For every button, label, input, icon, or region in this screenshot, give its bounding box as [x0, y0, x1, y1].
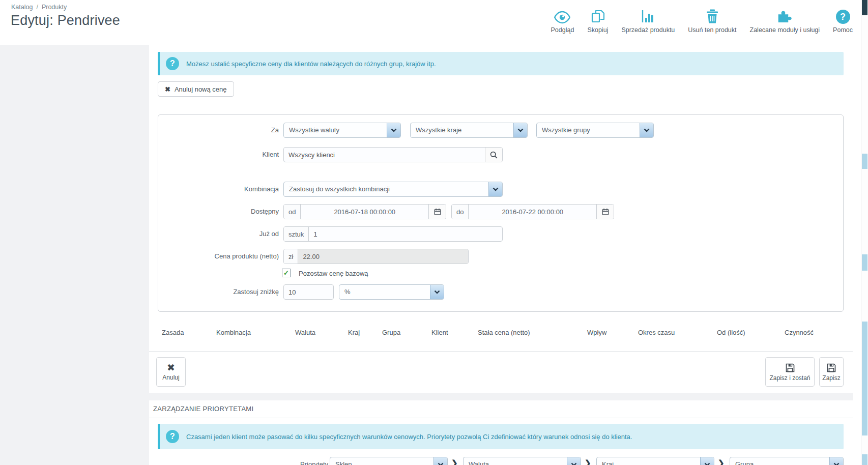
- bar-chart-icon: [641, 8, 656, 24]
- from-calendar-button[interactable]: [428, 205, 446, 219]
- chevron-down-icon: [430, 285, 444, 299]
- cancel-new-price-label: Anuluj nową cenę: [175, 85, 227, 93]
- save-label: Zapisz: [822, 374, 840, 382]
- for-label: Za: [158, 123, 279, 138]
- to-calendar-button[interactable]: [596, 205, 614, 219]
- customer-input[interactable]: [284, 148, 485, 162]
- duplicate-label: Skopiuj: [587, 26, 608, 34]
- page-header: Katalog/Produkty Edytuj: Pendrivee Podgl…: [0, 0, 868, 45]
- save-button[interactable]: Zapisz: [819, 357, 844, 387]
- vertical-scrollbar[interactable]: [861, 0, 868, 465]
- customer-search-button[interactable]: [485, 148, 502, 162]
- calendar-icon: [601, 208, 610, 216]
- available-from-input[interactable]: [301, 205, 428, 219]
- eye-icon: [554, 8, 571, 24]
- specific-prices-table-header: Zasada Kombinacja Waluta Kraj Grupa Klie…: [149, 329, 853, 339]
- col-grupa: Grupa: [382, 329, 400, 336]
- page-background: ? Możesz ustalić specyficzne ceny dla kl…: [0, 45, 853, 465]
- customer-input-group: [283, 147, 503, 162]
- col-kraj: Kraj: [348, 329, 360, 336]
- col-waluta: Waluta: [295, 329, 315, 336]
- row-customer: Klient: [158, 147, 843, 162]
- apply-discount-label: Zastosuj zniżkę: [158, 284, 279, 300]
- card-footer: ✖ Anuluj Zapisz i zostań Zapisz: [149, 351, 853, 393]
- row-product-price: Cena produktu (netto) zł: [158, 249, 843, 264]
- row-starting-at: Już od sztuk: [158, 226, 843, 242]
- starting-at-input[interactable]: [309, 227, 502, 241]
- available-to-group: do: [451, 204, 614, 219]
- recommended-modules-button[interactable]: Zalecane moduły i usługi: [750, 8, 820, 34]
- cancel-new-price-button[interactable]: ✖ Anuluj nową cenę: [158, 81, 234, 97]
- col-klient: Klient: [431, 329, 448, 336]
- puzzle-icon: [776, 8, 793, 24]
- page-title: Edytuj: Pendrivee: [11, 13, 120, 28]
- country-select[interactable]: Wszystkie kraje: [410, 123, 528, 138]
- question-icon: ?: [166, 430, 179, 443]
- available-from-group: od: [283, 204, 446, 219]
- chevron-down-icon: [640, 123, 653, 137]
- chevron-down-icon: [387, 123, 400, 137]
- group-select[interactable]: Wszystkie grupy: [536, 123, 654, 138]
- row-apply-discount: Zastosuj zniżkę %: [158, 284, 843, 300]
- priority-select-3[interactable]: Kraj: [596, 457, 714, 465]
- copy-icon: [590, 8, 605, 24]
- leave-base-price-label: Pozostaw cenę bazową: [299, 269, 368, 278]
- duplicate-button[interactable]: Skopiuj: [587, 8, 608, 34]
- to-prefix: do: [452, 205, 469, 219]
- from-prefix: od: [284, 205, 301, 219]
- priority-select-2[interactable]: Waluta: [463, 457, 581, 465]
- combination-label: Kombinacja: [158, 182, 279, 197]
- priority-select-1[interactable]: Sklep: [330, 457, 448, 465]
- cancel-label: Anuluj: [162, 374, 179, 381]
- calendar-icon: [433, 208, 442, 216]
- discount-value-input[interactable]: [283, 284, 334, 300]
- specific-price-form-panel: Za Wszystkie waluty Wszystkie kraje Wszy…: [158, 114, 844, 312]
- row-available: Dostępny od do: [158, 204, 843, 219]
- col-wplyw: Wpływ: [587, 329, 606, 336]
- preview-button[interactable]: Podgląd: [551, 8, 574, 34]
- scrollbar-dark-segment: [862, 0, 867, 15]
- save-and-stay-button[interactable]: Zapisz i zostań: [765, 357, 815, 387]
- scrollbar-thumb[interactable]: [862, 322, 867, 435]
- priorities-info-alert: ? Czasami jeden klient może pasować do k…: [158, 424, 844, 449]
- chevron-down-icon: [433, 457, 447, 465]
- col-stala-cena: Stała cena (netto): [478, 329, 530, 336]
- help-button[interactable]: ? Pomoc: [833, 8, 853, 34]
- col-od-ilosc: Od (ilość): [717, 329, 745, 336]
- available-label: Dostępny: [158, 204, 279, 219]
- col-kombinacja: Kombinacja: [216, 329, 251, 336]
- trash-icon: [705, 8, 719, 24]
- scrollbar-thumb[interactable]: [862, 454, 867, 465]
- priorities-card: ZARZĄDZANIE PRIORYTETAMI ? Czasami jeden…: [149, 400, 853, 465]
- search-icon: [489, 151, 498, 159]
- question-icon: ?: [166, 57, 179, 70]
- discount-type-select[interactable]: %: [339, 284, 444, 300]
- chevron-down-icon: [488, 182, 502, 196]
- col-czynnosc: Czynność: [785, 329, 814, 336]
- available-to-input[interactable]: [469, 205, 596, 219]
- scrollbar-thumb[interactable]: [862, 154, 867, 169]
- product-price-input[interactable]: [298, 249, 468, 264]
- priorities-heading: ZARZĄDZANIE PRIORYTETAMI: [153, 405, 253, 413]
- starting-at-label: Już od: [158, 226, 279, 242]
- breadcrumb-item-katalog[interactable]: Katalog: [11, 4, 33, 11]
- preview-label: Podgląd: [551, 26, 574, 34]
- floppy-icon: [785, 363, 795, 373]
- help-icon: ?: [836, 8, 850, 24]
- cancel-button[interactable]: ✖ Anuluj: [156, 357, 186, 387]
- product-price-label: Cena produktu (netto): [158, 249, 279, 264]
- combination-select[interactable]: Zastosuj do wszystkich kombinacji: [283, 182, 503, 197]
- scrollbar-thumb[interactable]: [862, 254, 867, 271]
- priority-select-4[interactable]: Grupa: [730, 457, 844, 465]
- product-sales-button[interactable]: Sprzedaż produktu: [621, 8, 675, 34]
- delete-product-button[interactable]: Usuń ten produkt: [688, 8, 736, 34]
- chevron-right-icon: ❯: [451, 458, 458, 465]
- currency-select[interactable]: Wszystkie waluty: [283, 123, 401, 138]
- product-sales-label: Sprzedaż produktu: [621, 26, 675, 34]
- chevron-down-icon: [700, 457, 714, 465]
- breadcrumb-item-produkty[interactable]: Produkty: [42, 4, 67, 11]
- unit-prefix: sztuk: [284, 227, 309, 241]
- leave-base-price-checkbox[interactable]: [282, 269, 291, 277]
- specific-price-info-alert: ? Możesz ustalić specyficzne ceny dla kl…: [158, 52, 844, 75]
- chevron-right-icon: ❯: [585, 458, 591, 465]
